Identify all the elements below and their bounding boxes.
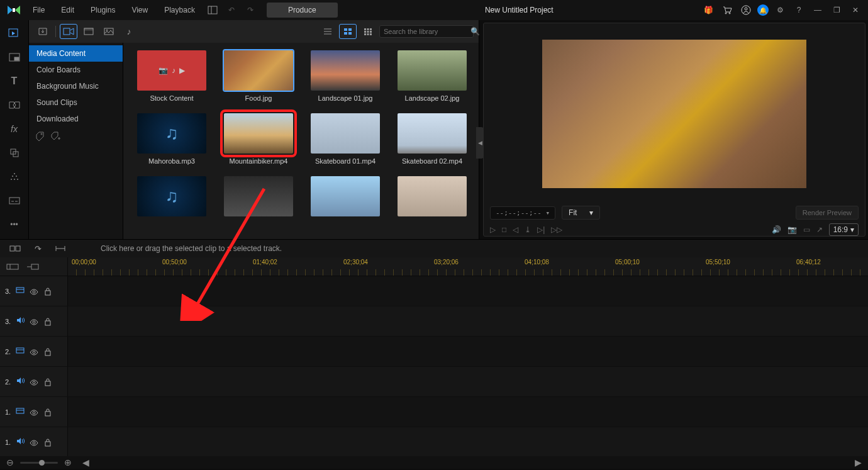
scroll-left-icon[interactable]: ◀ [81, 457, 91, 467]
view-grid-large-icon[interactable] [339, 24, 357, 39]
lock-icon[interactable] [43, 438, 51, 447]
track-mode-2-icon[interactable] [25, 259, 40, 274]
lock-icon[interactable] [43, 317, 51, 326]
volume-icon[interactable]: 🔊 [772, 225, 781, 234]
thumb-mahoroba[interactable]: ♫ Mahoroba.mp3 [131, 113, 213, 165]
media-room-icon[interactable] [5, 25, 24, 42]
produce-button[interactable]: Produce [267, 3, 338, 18]
link-icon[interactable]: ↷ [30, 241, 45, 256]
filter-all-icon[interactable] [60, 24, 77, 39]
thumb-train[interactable] [391, 176, 473, 216]
category-media-content[interactable]: Media Content [29, 45, 123, 62]
close-icon[interactable]: ✕ [848, 3, 863, 18]
filter-audio-icon[interactable]: ♪ [120, 24, 138, 39]
split-icon[interactable] [8, 241, 23, 256]
search-icon[interactable]: 🔍 [470, 27, 480, 36]
play-icon[interactable]: ▷ [490, 225, 496, 234]
zoom-slider[interactable] [20, 462, 58, 464]
filter-video-icon[interactable] [80, 24, 97, 39]
add-tag-icon[interactable] [50, 131, 60, 143]
redo-icon[interactable]: ↷ [243, 3, 258, 18]
thumb-landscape-02[interactable]: Landscape 02.jpg [391, 50, 473, 102]
category-color-boards[interactable]: Color Boards [29, 62, 123, 78]
track-lane[interactable] [68, 367, 868, 396]
fast-forward-icon[interactable]: ▷▷ [551, 225, 562, 234]
lock-icon[interactable] [43, 378, 51, 386]
thumb-food[interactable]: Food.jpg [218, 50, 299, 102]
stop-icon[interactable]: □ [502, 225, 506, 234]
search-input[interactable] [384, 28, 470, 35]
menu-plugins[interactable]: Plugins [84, 3, 121, 17]
thumb-stock-content[interactable]: 📷♪▶ Stock Content [131, 50, 213, 102]
minimize-icon[interactable]: — [810, 3, 825, 18]
thumb-runner[interactable] [304, 176, 386, 216]
lock-icon[interactable] [43, 347, 51, 356]
menu-file[interactable]: File [26, 3, 51, 17]
popup-icon[interactable]: ↗ [816, 225, 823, 234]
gift-icon[interactable]: 🎁 [701, 3, 716, 18]
tag-icon[interactable] [35, 131, 45, 143]
settings-icon[interactable]: ⚙ [772, 3, 787, 18]
transition-room-icon[interactable] [5, 97, 24, 113]
mark-icon[interactable]: ⤓ [525, 225, 531, 234]
visibility-icon[interactable] [30, 408, 38, 416]
visibility-icon[interactable] [30, 288, 38, 295]
search-box[interactable]: 🔍 [379, 25, 474, 38]
render-preview-button[interactable]: Render Preview [796, 206, 859, 220]
more-icon[interactable]: ••• [5, 216, 24, 233]
undo-icon[interactable]: ↶ [224, 3, 239, 18]
effect-room-icon[interactable]: fx [5, 121, 24, 137]
timeline-tracks[interactable]: 3.3.2.2.1.1. [0, 276, 868, 456]
next-frame-icon[interactable]: ▷| [537, 225, 545, 234]
thumb-audio-2[interactable]: ♫ [131, 176, 213, 216]
track-lane[interactable] [68, 306, 868, 336]
timeline-ruler[interactable]: 00;00;0000;50;0001;40;0202;30;0403;20;06… [68, 257, 868, 276]
thumb-gym[interactable] [218, 176, 299, 216]
split-range-icon[interactable] [53, 241, 68, 256]
pip-room-icon[interactable] [5, 49, 24, 65]
menu-playback[interactable]: Playback [158, 3, 201, 17]
thumb-skateboard-02[interactable]: Skateboard 02.mp4 [391, 113, 473, 165]
aspect-ratio-select[interactable]: 16:9▾ [829, 223, 859, 236]
visibility-icon[interactable] [30, 318, 38, 325]
scroll-right-icon[interactable]: ▶ [853, 457, 863, 467]
help-icon[interactable]: ? [791, 3, 806, 18]
visibility-icon[interactable] [30, 348, 38, 355]
track-lane[interactable] [68, 397, 868, 427]
visibility-icon[interactable] [30, 439, 38, 446]
view-list-icon[interactable] [319, 24, 337, 39]
thumb-landscape-01[interactable]: Landscape 01.jpg [304, 50, 386, 102]
dual-view-icon[interactable]: ▭ [803, 225, 810, 234]
menu-view[interactable]: View [125, 3, 154, 17]
track-lane[interactable] [68, 337, 868, 366]
notification-icon[interactable]: 🔔 [757, 4, 769, 16]
snapshot-icon[interactable]: 📷 [787, 225, 797, 234]
lock-icon[interactable] [43, 408, 51, 417]
overlay-room-icon[interactable] [5, 145, 24, 161]
toggle-panel-icon[interactable] [205, 3, 220, 18]
title-room-icon[interactable]: T [5, 73, 24, 89]
visibility-icon[interactable] [30, 378, 38, 386]
thumb-skateboard-01[interactable]: Skateboard 01.mp4 [304, 113, 386, 165]
category-background-music[interactable]: Background Music [29, 78, 123, 94]
filter-image-icon[interactable] [100, 24, 118, 39]
thumb-mountainbiker[interactable]: Mountainbiker.mp4 [218, 113, 299, 165]
cart-icon[interactable] [720, 3, 735, 18]
account-icon[interactable] [738, 3, 754, 18]
lock-icon[interactable] [43, 287, 51, 296]
track-mode-1-icon[interactable] [5, 259, 20, 274]
collapse-handle[interactable]: ◀ [476, 127, 484, 159]
particle-room-icon[interactable] [5, 169, 24, 185]
view-grid-small-icon[interactable] [359, 24, 377, 39]
category-downloaded[interactable]: Downloaded [29, 111, 123, 127]
track-lane[interactable] [68, 427, 868, 456]
menu-edit[interactable]: Edit [55, 3, 81, 17]
prev-frame-icon[interactable]: ◁ [513, 225, 518, 234]
zoom-in-icon[interactable]: ⊕ [63, 457, 73, 467]
zoom-fit-select[interactable]: Fit▾ [562, 206, 600, 220]
zoom-out-icon[interactable]: ⊖ [5, 457, 15, 467]
category-sound-clips[interactable]: Sound Clips [29, 94, 123, 111]
timecode-display[interactable]: --;--;--;-- ▾ [490, 206, 555, 220]
track-lane[interactable] [68, 276, 868, 306]
maximize-icon[interactable]: ❐ [829, 3, 844, 18]
